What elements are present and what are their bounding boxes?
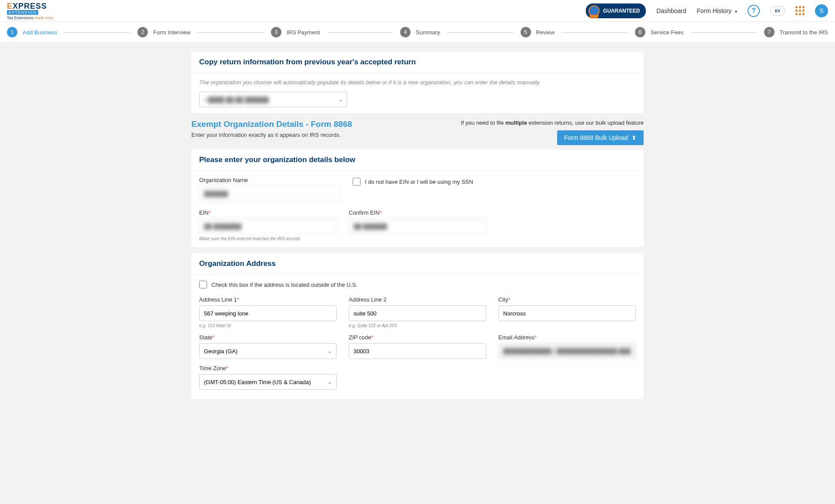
progress-stepper: 1Add Business2Form Interview3IRS Payment… [0, 22, 835, 43]
guaranteed-badge[interactable]: GUARANTEED [586, 3, 646, 18]
exempt-section-header: Exempt Organization Details - Form 8868 … [191, 119, 644, 145]
organization-details-card: Please enter your organization details b… [191, 149, 644, 247]
address-title: Organization Address [199, 259, 636, 268]
step-divider [561, 32, 628, 33]
seal-icon [588, 5, 600, 17]
address-line2-label: Address Line 2 [349, 296, 486, 303]
org-name-label: Organization Name [199, 177, 341, 183]
zip-input[interactable] [349, 343, 486, 359]
step-transmit-to-the-irs[interactable]: 7Transmit to the IRS [764, 27, 828, 37]
step-number: 3 [271, 27, 281, 37]
org-details-title: Please enter your organization details b… [199, 156, 636, 164]
logo[interactable]: EXPRESS EXTENSION Tax Extensions made ea… [7, 2, 53, 20]
email-input[interactable] [498, 343, 636, 359]
step-number: 7 [764, 27, 775, 37]
zip-label: ZIP code* [349, 334, 486, 341]
address-line1-input[interactable] [199, 305, 337, 321]
ein-hint: Make sure the EIN entered matches the IR… [199, 236, 337, 241]
no-ein-label: I do not have EIN or I will be using my … [365, 179, 473, 185]
top-header: EXPRESS EXTENSION Tax Extensions made ea… [0, 0, 835, 22]
step-divider [64, 32, 131, 33]
timezone-select[interactable] [199, 374, 337, 390]
no-ein-checkbox[interactable] [353, 178, 361, 186]
confirm-ein-input[interactable] [349, 219, 486, 234]
city-input[interactable] [498, 305, 636, 321]
step-review[interactable]: 5Review [521, 27, 555, 37]
logo-tagline: Tax Extensions made easy [7, 16, 53, 20]
outside-us-checkbox[interactable] [199, 281, 207, 288]
header-right: GUARANTEED Dashboard Form History ▾ ? EX… [586, 3, 828, 18]
previous-return-select[interactable]: N████ ██ ██ ██████ ⌄ [199, 92, 347, 107]
bulk-upload-button[interactable]: Form 8868 Bulk Upload ⬆ [557, 130, 644, 145]
nav-form-history[interactable]: Form History ▾ [697, 7, 737, 14]
state-label: State* [199, 334, 337, 341]
step-label: IRS Payment [287, 29, 320, 36]
state-select[interactable] [199, 343, 337, 359]
apps-grid-icon[interactable] [795, 6, 805, 15]
user-avatar[interactable]: S [815, 4, 828, 17]
step-divider [327, 32, 394, 33]
copy-return-helper: The organization you choose will automat… [199, 79, 636, 86]
city-label: City* [498, 296, 636, 303]
address-line1-hint: e.g. 123 Main St [199, 323, 337, 328]
step-number: 6 [635, 27, 645, 37]
upload-icon: ⬆ [631, 134, 637, 141]
ein-label: EIN* [199, 209, 337, 216]
exempt-title: Exempt Organization Details - Form 8868 [191, 119, 352, 129]
email-label: Email Address* [498, 334, 636, 341]
logo-text: EXPRESS [7, 2, 53, 11]
step-service-fees[interactable]: 6Service Fees [635, 27, 684, 37]
step-divider [691, 32, 757, 33]
confirm-ein-label: Confirm EIN* [349, 209, 486, 216]
step-irs-payment[interactable]: 3IRS Payment [271, 27, 320, 37]
ex-badge-icon[interactable]: EX [770, 6, 785, 16]
copy-return-title: Copy return information from previous ye… [199, 58, 636, 66]
step-label: Review [536, 29, 555, 36]
ein-input[interactable] [199, 219, 337, 234]
step-label: Summary [416, 29, 440, 36]
copy-return-card: Copy return information from previous ye… [191, 52, 644, 113]
timezone-label: Time Zone* [199, 365, 337, 371]
outside-us-label: Check this box if the address is located… [211, 282, 357, 288]
step-divider [197, 32, 264, 33]
exempt-subtitle: Enter your information exactly as it app… [191, 132, 352, 138]
help-icon[interactable]: ? [748, 5, 760, 17]
nav-dashboard[interactable]: Dashboard [656, 7, 686, 14]
address-line2-input[interactable] [349, 305, 486, 321]
org-name-input[interactable] [199, 186, 341, 202]
step-number: 2 [137, 27, 148, 37]
chevron-down-icon: ▾ [735, 9, 737, 14]
organization-address-card: Organization Address Check this box if t… [191, 253, 644, 399]
chevron-down-icon: ⌄ [339, 97, 342, 102]
address-line1-label: Address Line 1* [199, 296, 337, 303]
step-label: Service Fees [651, 29, 684, 36]
step-summary[interactable]: 4Summary [400, 27, 440, 37]
step-number: 1 [7, 27, 17, 37]
address-line2-hint: e.g. Suite 122 or Apt 203 [349, 323, 486, 328]
step-number: 5 [521, 27, 531, 37]
bulk-upload-note: If you need to file multiple extension r… [461, 119, 644, 126]
step-label: Form Interview [153, 29, 190, 36]
step-label: Add Business [23, 29, 57, 36]
step-form-interview[interactable]: 2Form Interview [137, 27, 190, 37]
step-label: Transmit to the IRS [780, 29, 828, 36]
logo-extension-badge: EXTENSION [7, 10, 38, 15]
step-divider [447, 32, 514, 33]
step-number: 4 [400, 27, 411, 37]
guaranteed-text: GUARANTEED [603, 8, 640, 14]
step-add-business[interactable]: 1Add Business [7, 27, 57, 37]
